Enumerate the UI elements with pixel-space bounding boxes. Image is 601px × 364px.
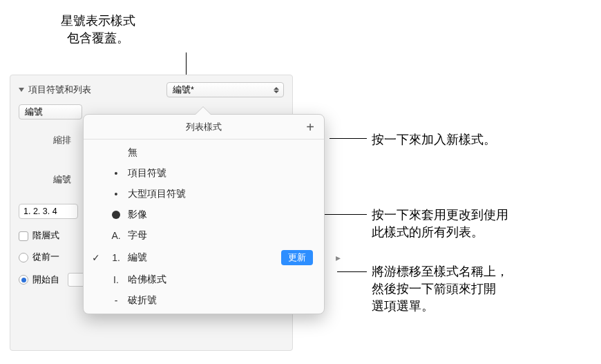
section-header[interactable]: 項目符號和列表 編號* — [19, 82, 284, 97]
hierarchical-label: 階層式 — [32, 230, 59, 242]
section-title: 項目符號和列表 — [28, 84, 91, 96]
bullet-icon: A. — [108, 230, 124, 241]
list-style-popover: 列表樣式 + 無 • 項目符號 • 大型項目符號 影像 A. 字母 ✓ 1. 編… — [83, 114, 325, 314]
add-style-button[interactable]: + — [306, 120, 314, 134]
list-item-label: 無 — [128, 146, 137, 159]
start-from-label: 開始自 — [32, 274, 59, 286]
list-item-label: 項目符號 — [128, 167, 166, 180]
radio-icon — [19, 253, 28, 262]
list-style-select[interactable]: 編號* — [166, 82, 284, 97]
list-item[interactable]: 影像 — [84, 204, 324, 225]
callout-add: 按一下來加入新樣式。 — [372, 131, 496, 149]
number-style-select[interactable]: 1. 2. 3. 4 — [19, 204, 78, 219]
list-item[interactable]: • 大型項目符號 — [84, 184, 324, 204]
bullet-type-value: 編號 — [25, 106, 43, 118]
popover-title: 列表樣式 — [84, 121, 324, 133]
list-item-label: 破折號 — [128, 294, 157, 307]
update-style-button[interactable]: 更新 — [281, 250, 313, 265]
list-item[interactable]: • 項目符號 — [84, 163, 324, 184]
list-item[interactable]: 無 — [84, 142, 324, 163]
callout-asterisk: 星號表示樣式 包含覆蓋。 — [61, 12, 135, 47]
list-item-label: 大型項目符號 — [128, 188, 186, 200]
callout-line — [337, 271, 367, 272]
bullet-type-select[interactable]: 編號 — [19, 104, 82, 119]
number-style-value: 1. 2. 3. 4 — [23, 207, 57, 216]
callout-update: 按一下來套用更改到使用 此樣式的所有列表。 — [372, 207, 508, 241]
callout-line — [330, 138, 367, 139]
popover-header: 列表樣式 + — [84, 115, 324, 140]
bullet-icon: • — [108, 189, 124, 200]
list-item-selected[interactable]: ✓ 1. 編號 更新 ▸ — [84, 246, 324, 269]
list-item-label: 編號 — [128, 251, 147, 264]
bullet-icon: - — [108, 295, 124, 306]
radio-icon — [19, 275, 28, 285]
checkbox-icon — [19, 231, 28, 241]
list-item[interactable]: - 破折號 — [84, 290, 324, 311]
continue-label: 從前一 — [32, 251, 59, 263]
disclosure-triangle-icon — [19, 88, 24, 92]
list-item-label: 哈佛樣式 — [128, 274, 166, 286]
chevron-right-icon[interactable]: ▸ — [336, 252, 341, 263]
list-style-select-value: 編號* — [173, 84, 194, 96]
checkmark-icon: ✓ — [92, 252, 100, 263]
list-item[interactable]: I. 哈佛樣式 — [84, 269, 324, 290]
bullet-icon: • — [108, 168, 124, 179]
list-item-label: 字母 — [128, 229, 147, 242]
list-item-label: 影像 — [128, 209, 147, 221]
popover-list: 無 • 項目符號 • 大型項目符號 影像 A. 字母 ✓ 1. 編號 更新 ▸ … — [84, 140, 324, 314]
bullet-icon: I. — [108, 274, 124, 285]
chevron-updown-icon — [274, 87, 279, 93]
list-item[interactable]: A. 字母 — [84, 225, 324, 246]
image-bullet-icon — [112, 211, 120, 219]
bullet-icon: 1. — [108, 252, 124, 263]
callout-arrow: 將游標移至樣式名稱上， 然後按一下箭頭來打開 選項選單。 — [372, 263, 508, 316]
